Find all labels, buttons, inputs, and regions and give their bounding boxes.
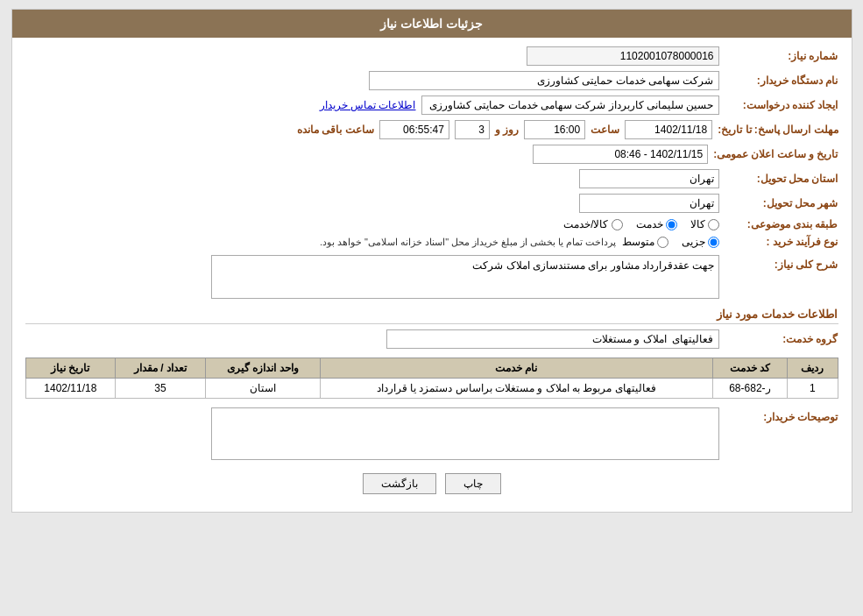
col-tarikh: تاریخ نیاز xyxy=(25,358,116,379)
page-title: جزئیات اطلاعات نیاز xyxy=(12,10,852,38)
roz-input[interactable] xyxy=(455,120,490,139)
tarikh-saat-input[interactable] xyxy=(533,145,708,164)
table-row: 1 ر-682-68 فعالیتهای مربوط به املاک و مس… xyxy=(25,379,838,399)
cell-tedad: 35 xyxy=(116,379,206,399)
radio-khadamat-label: خدمت xyxy=(636,218,663,230)
cell-vahed: استان xyxy=(205,379,320,399)
cell-tarikh: 1402/11/18 xyxy=(25,379,116,399)
radio-kala-label: کالا xyxy=(690,218,705,230)
tosif-kharidar-textarea[interactable] xyxy=(211,407,719,460)
roz-label: روز و xyxy=(495,124,519,136)
radio-jazei-input[interactable] xyxy=(708,237,719,248)
tosif-kharidar-label: توصیحات خریدار: xyxy=(725,407,838,423)
tarikh-saat-label: تاریخ و ساعت اعلان عمومی: xyxy=(713,148,838,160)
col-kod: کد خدمت xyxy=(712,358,788,379)
radio-kala-khadamat-label: کالا/خدمت xyxy=(563,218,608,230)
no-farayand-label: نوع فرآیند خرید : xyxy=(725,236,838,248)
tarikh-input[interactable] xyxy=(625,120,712,139)
baghimande-input[interactable] xyxy=(379,120,449,139)
radio-kala-khadamat-input[interactable] xyxy=(612,219,623,230)
mohlat-ersal-label: مهلت ارسال پاسخ: تا تاریخ: xyxy=(718,124,838,136)
radio-jazei-label: جزیی xyxy=(682,236,705,248)
saat-input[interactable] xyxy=(524,120,585,139)
saat-label: ساعت xyxy=(591,124,619,136)
groh-khadamat-input[interactable] xyxy=(386,329,719,349)
radio-motasat[interactable]: متوسط xyxy=(622,236,668,248)
col-nam: نام خدمت xyxy=(321,358,712,379)
radio-khadamat-input[interactable] xyxy=(666,219,677,230)
radio-motasat-input[interactable] xyxy=(657,237,668,248)
footer-buttons: چاپ بازگشت xyxy=(25,473,838,494)
services-table: ردیف کد خدمت نام خدمت واحد اندازه گیری ت… xyxy=(25,358,838,399)
radio-jazei[interactable]: جزیی xyxy=(682,236,719,248)
ostan-tahvil-label: استان محل تحویل: xyxy=(725,173,838,185)
cell-radif: 1 xyxy=(788,379,838,399)
shahr-tahvil-input[interactable] xyxy=(579,194,719,213)
sharh-kolli-textarea[interactable] xyxy=(211,255,719,299)
tabaghe-bandi-label: طبقه بندی موضوعی: xyxy=(725,218,838,230)
cell-nam: فعالیتهای مربوط به املاک و مستغلات براسا… xyxy=(321,379,712,399)
radio-kala-khadamat[interactable]: کالا/خدمت xyxy=(563,218,622,230)
no-farayand-group: جزیی متوسط xyxy=(622,236,719,248)
ettela-khadamat-title: اطلاعات خدمات مورد نیاز xyxy=(25,308,838,324)
groh-khadamat-label: گروه خدمت: xyxy=(725,333,838,345)
col-tedad: تعداد / مقدار xyxy=(116,358,206,379)
col-radif: ردیف xyxy=(788,358,838,379)
services-table-section: ردیف کد خدمت نام خدمت واحد اندازه گیری ت… xyxy=(25,358,838,399)
no-farayand-note: پرداخت تمام یا بخشی از مبلغ خریداز محل "… xyxy=(320,237,617,248)
shomare-niaz-label: شماره نیاز: xyxy=(725,50,838,62)
cell-kod: ر-682-68 xyxy=(712,379,788,399)
col-vahed: واحد اندازه گیری xyxy=(205,358,320,379)
baghimande-label: ساعت باقی مانده xyxy=(297,124,374,136)
tabaghe-bandi-group: کالا خدمت کالا/خدمت xyxy=(563,218,718,230)
radio-kala-input[interactable] xyxy=(708,219,719,230)
ostan-tahvil-input[interactable] xyxy=(579,169,719,188)
back-button[interactable]: بازگشت xyxy=(363,473,436,494)
ijad-konande-label: ایجاد کننده درخواست: xyxy=(725,99,838,111)
ijad-konande-input[interactable] xyxy=(421,96,719,115)
nam-dastgah-input[interactable] xyxy=(369,71,719,90)
sharh-kolli-label: شرح کلی نیاز: xyxy=(725,255,838,271)
radio-khadamat[interactable]: خدمت xyxy=(636,218,677,230)
shahr-tahvil-label: شهر محل تحویل: xyxy=(725,197,838,209)
shomare-niaz-input[interactable] xyxy=(527,46,719,66)
print-button[interactable]: چاپ xyxy=(445,473,501,494)
ettela-tamas-link[interactable]: اطلاعات تماس خریدار xyxy=(320,99,416,111)
radio-motasat-label: متوسط xyxy=(622,236,654,248)
radio-kala[interactable]: کالا xyxy=(690,218,719,230)
nam-dastgah-label: نام دستگاه خریدار: xyxy=(725,74,838,87)
